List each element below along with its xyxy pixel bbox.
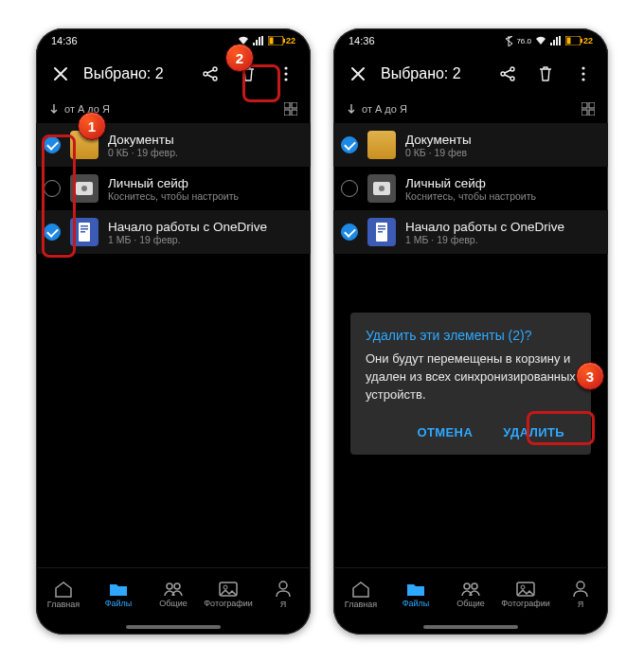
list-item[interactable]: Документы 0 КБ · 19 фев xyxy=(333,123,608,167)
svg-point-47 xyxy=(577,582,584,589)
app-bar: Выбрано: 2 xyxy=(333,53,608,95)
svg-rect-36 xyxy=(589,110,595,116)
svg-point-30 xyxy=(581,66,584,69)
svg-rect-26 xyxy=(581,39,582,43)
nav-label: Фотографии xyxy=(501,599,549,608)
list-item[interactable]: Документы 0 КБ · 19 февр. xyxy=(36,123,311,167)
more-icon xyxy=(581,66,585,81)
status-right: 22 xyxy=(238,36,295,45)
sort-label: от А до Я xyxy=(362,103,407,115)
svg-point-44 xyxy=(472,583,477,589)
list-item[interactable]: Личный сейф Коснитесь, чтобы настроить xyxy=(36,167,311,210)
delete-button[interactable] xyxy=(530,59,561,89)
more-icon xyxy=(284,66,288,81)
overflow-button[interactable] xyxy=(271,59,301,89)
sort-row[interactable]: от А до Я xyxy=(36,95,311,123)
nav-me[interactable]: Я xyxy=(553,568,608,621)
file-meta: 0 КБ · 19 февр. xyxy=(108,147,178,158)
app-bar: Выбрано: 2 xyxy=(36,53,311,95)
status-time: 14:36 xyxy=(349,35,375,46)
svg-point-5 xyxy=(213,77,217,81)
svg-rect-18 xyxy=(80,231,85,233)
confirm-delete-button[interactable]: УДАЛИТЬ xyxy=(492,418,576,447)
files-icon xyxy=(109,582,128,597)
svg-rect-34 xyxy=(589,102,595,108)
nav-photos[interactable]: Фотографии xyxy=(201,568,256,621)
svg-point-14 xyxy=(81,186,87,191)
list-item[interactable]: Личный сейф Коснитесь, чтобы настроить xyxy=(333,167,608,210)
nav-files[interactable]: Файлы xyxy=(388,568,443,621)
file-meta: 0 КБ · 19 фев xyxy=(405,147,472,158)
checkbox[interactable] xyxy=(44,136,61,153)
nav-label: Я xyxy=(280,600,287,609)
overflow-button[interactable] xyxy=(568,59,599,89)
svg-rect-25 xyxy=(566,38,570,45)
sort-row[interactable]: от А до Я xyxy=(333,95,608,123)
view-grid-icon[interactable] xyxy=(581,102,595,116)
close-button[interactable] xyxy=(45,59,76,89)
svg-point-7 xyxy=(284,72,287,75)
file-name: Личный сейф xyxy=(108,176,239,190)
annotation-badge-3: 3 xyxy=(576,362,604,390)
share-icon xyxy=(202,65,219,82)
bottom-nav: Главная Файлы Общие Фотографии Я xyxy=(36,567,311,621)
nav-home[interactable]: Главная xyxy=(333,568,388,621)
svg-point-20 xyxy=(174,583,180,589)
close-button[interactable] xyxy=(343,59,373,89)
list-item[interactable]: Начало работы с OneDrive 1 МБ · 19 февр. xyxy=(36,210,311,254)
shared-icon xyxy=(461,582,480,597)
list-item[interactable]: Начало работы с OneDrive 1 МБ · 19 февр. xyxy=(333,210,608,254)
nav-label: Главная xyxy=(345,600,377,609)
file-name: Начало работы с OneDrive xyxy=(108,220,267,234)
shared-icon xyxy=(164,582,183,597)
svg-point-23 xyxy=(279,582,287,589)
svg-rect-33 xyxy=(581,102,587,108)
svg-point-27 xyxy=(501,72,505,76)
checkbox[interactable] xyxy=(341,180,358,197)
nav-files[interactable]: Файлы xyxy=(91,568,146,621)
annotation-badge-2: 2 xyxy=(225,44,254,72)
cancel-button[interactable]: ОТМЕНА xyxy=(405,418,484,447)
nav-me[interactable]: Я xyxy=(256,568,311,621)
view-grid-icon[interactable] xyxy=(284,102,297,116)
svg-rect-17 xyxy=(80,228,88,230)
nav-shared[interactable]: Общие xyxy=(443,568,498,621)
nav-label: Файлы xyxy=(105,599,133,608)
status-bar: 14:36 76.0 22 xyxy=(333,28,608,53)
share-button[interactable] xyxy=(195,59,225,89)
svg-point-43 xyxy=(464,583,470,589)
svg-rect-11 xyxy=(284,110,290,116)
vault-icon xyxy=(70,174,98,203)
checkbox[interactable] xyxy=(341,224,358,241)
svg-rect-1 xyxy=(269,38,273,45)
svg-point-4 xyxy=(213,67,217,71)
svg-rect-35 xyxy=(581,110,587,116)
status-right: 76.0 22 xyxy=(505,36,593,46)
svg-rect-2 xyxy=(283,39,285,43)
nav-shared[interactable]: Общие xyxy=(146,568,201,621)
bluetooth-icon xyxy=(505,36,512,46)
nav-label: Файлы xyxy=(402,599,430,608)
checkbox[interactable] xyxy=(44,224,61,241)
checkbox[interactable] xyxy=(44,180,61,197)
file-name: Документы xyxy=(405,133,472,147)
status-time: 14:36 xyxy=(51,35,78,46)
svg-point-3 xyxy=(204,72,207,76)
document-icon xyxy=(367,218,396,246)
battery-icon: 22 xyxy=(565,36,593,45)
share-button[interactable] xyxy=(492,59,523,89)
nav-label: Общие xyxy=(159,599,188,608)
svg-point-8 xyxy=(284,78,287,81)
close-icon xyxy=(53,66,68,81)
nav-photos[interactable]: Фотографии xyxy=(498,568,553,621)
checkbox[interactable] xyxy=(341,136,358,153)
file-meta: 1 МБ · 19 февр. xyxy=(405,234,564,245)
svg-rect-12 xyxy=(292,110,297,116)
nav-label: Фотографии xyxy=(204,599,252,608)
svg-rect-41 xyxy=(378,228,385,230)
svg-point-22 xyxy=(224,585,227,589)
status-bar: 14:36 22 xyxy=(36,28,311,53)
close-icon xyxy=(350,66,366,81)
folder-icon xyxy=(367,131,396,159)
nav-home[interactable]: Главная xyxy=(36,568,91,621)
